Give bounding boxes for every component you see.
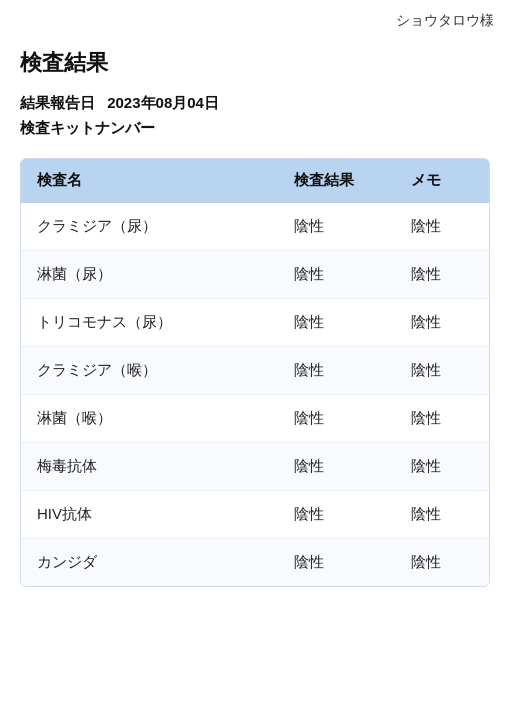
- cell-result: 陰性: [278, 347, 395, 395]
- table-row: クラミジア（尿）陰性陰性: [21, 203, 489, 251]
- cell-name: 淋菌（喉）: [21, 395, 278, 443]
- cell-name: カンジダ: [21, 539, 278, 587]
- cell-memo: 陰性: [395, 347, 489, 395]
- cell-result: 陰性: [278, 299, 395, 347]
- cell-memo: 陰性: [395, 203, 489, 251]
- col-header-memo: メモ: [395, 159, 489, 203]
- table-body: クラミジア（尿）陰性陰性淋菌（尿）陰性陰性トリコモナス（尿）陰性陰性クラミジア（…: [21, 203, 489, 587]
- cell-memo: 陰性: [395, 395, 489, 443]
- col-header-result: 検査結果: [278, 159, 395, 203]
- cell-name: HIV抗体: [21, 491, 278, 539]
- user-name: ショウタロウ様: [396, 12, 494, 28]
- results-table: 検査名 検査結果 メモ クラミジア（尿）陰性陰性淋菌（尿）陰性陰性トリコモナス（…: [21, 159, 489, 586]
- cell-name: トリコモナス（尿）: [21, 299, 278, 347]
- col-header-name: 検査名: [21, 159, 278, 203]
- meta-section: 結果報告日 2023年08月04日 検査キットナンバー: [20, 94, 490, 138]
- table-row: カンジダ陰性陰性: [21, 539, 489, 587]
- cell-result: 陰性: [278, 203, 395, 251]
- table-row: トリコモナス（尿）陰性陰性: [21, 299, 489, 347]
- table-header: 検査名 検査結果 メモ: [21, 159, 489, 203]
- results-table-container: 検査名 検査結果 メモ クラミジア（尿）陰性陰性淋菌（尿）陰性陰性トリコモナス（…: [20, 158, 490, 587]
- table-row: HIV抗体陰性陰性: [21, 491, 489, 539]
- cell-memo: 陰性: [395, 443, 489, 491]
- table-row: 淋菌（尿）陰性陰性: [21, 251, 489, 299]
- cell-result: 陰性: [278, 395, 395, 443]
- cell-result: 陰性: [278, 251, 395, 299]
- kit-label: 検査キットナンバー: [20, 119, 155, 138]
- cell-memo: 陰性: [395, 299, 489, 347]
- table-header-row: 検査名 検査結果 メモ: [21, 159, 489, 203]
- main-content: 検査結果 結果報告日 2023年08月04日 検査キットナンバー 検査名 検査結…: [0, 38, 510, 617]
- cell-name: クラミジア（喉）: [21, 347, 278, 395]
- cell-memo: 陰性: [395, 251, 489, 299]
- table-row: クラミジア（喉）陰性陰性: [21, 347, 489, 395]
- cell-result: 陰性: [278, 443, 395, 491]
- meta-date-row: 結果報告日 2023年08月04日: [20, 94, 490, 113]
- meta-kit-row: 検査キットナンバー: [20, 119, 490, 138]
- table-row: 梅毒抗体陰性陰性: [21, 443, 489, 491]
- cell-name: クラミジア（尿）: [21, 203, 278, 251]
- date-label: 結果報告日: [20, 94, 95, 113]
- table-row: 淋菌（喉）陰性陰性: [21, 395, 489, 443]
- cell-name: 淋菌（尿）: [21, 251, 278, 299]
- cell-name: 梅毒抗体: [21, 443, 278, 491]
- page-title: 検査結果: [20, 48, 490, 78]
- user-label: ショウタロウ様: [0, 0, 510, 38]
- cell-result: 陰性: [278, 539, 395, 587]
- cell-result: 陰性: [278, 491, 395, 539]
- cell-memo: 陰性: [395, 539, 489, 587]
- date-value: 2023年08月04日: [107, 94, 219, 113]
- cell-memo: 陰性: [395, 491, 489, 539]
